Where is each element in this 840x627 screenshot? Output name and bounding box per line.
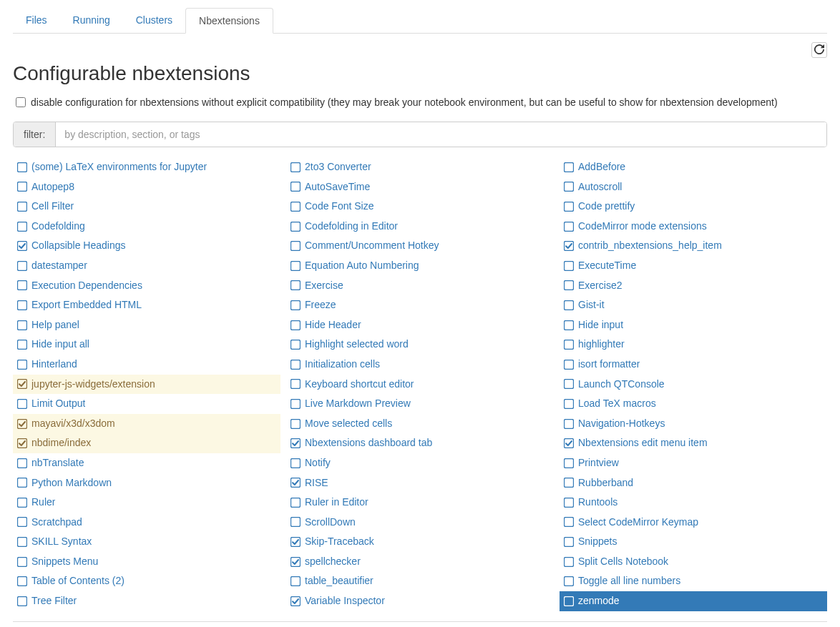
checkbox-unchecked-icon[interactable] (564, 557, 574, 567)
checkbox-unchecked-icon[interactable] (17, 557, 27, 567)
extension-item-cell-filter[interactable]: Cell Filter (13, 197, 280, 217)
extension-item-nbdime-index[interactable]: nbdime/index (13, 433, 280, 453)
extension-item-autoscroll[interactable]: Autoscroll (560, 177, 827, 197)
checkbox-unchecked-icon[interactable] (290, 320, 301, 330)
checkbox-checked-icon[interactable] (17, 438, 27, 448)
tab-clusters[interactable]: Clusters (123, 8, 185, 34)
extension-item-nbextensions-dashboard-tab[interactable]: Nbextensions dashboard tab (286, 433, 554, 453)
checkbox-unchecked-icon[interactable] (17, 280, 27, 290)
extension-item-hide-header[interactable]: Hide Header (286, 315, 554, 335)
extension-item-variable-inspector[interactable]: Variable Inspector (286, 591, 554, 611)
checkbox-checked-icon[interactable] (17, 419, 27, 429)
extension-item-collapsible-headings[interactable]: Collapsible Headings (13, 236, 280, 256)
checkbox-unchecked-icon[interactable] (17, 399, 27, 409)
extension-item-launch-qtconsole[interactable]: Launch QTConsole (560, 375, 827, 395)
checkbox-checked-icon[interactable] (564, 438, 574, 448)
extension-item-runtools[interactable]: Runtools (560, 493, 827, 513)
extension-item-navigation-hotkeys[interactable]: Navigation-Hotkeys (560, 414, 827, 434)
checkbox-unchecked-icon[interactable] (564, 576, 574, 586)
extension-item-live-markdown-preview[interactable]: Live Markdown Preview (286, 394, 554, 414)
checkbox-unchecked-icon[interactable] (564, 379, 574, 389)
extension-item-table-beautifier[interactable]: table_beautifier (286, 571, 554, 591)
extension-item-zenmode[interactable]: zenmode (560, 591, 827, 611)
extension-item-contrib-nbextensions-help-item[interactable]: contrib_nbextensions_help_item (560, 236, 827, 256)
checkbox-unchecked-icon[interactable] (564, 498, 574, 508)
checkbox-unchecked-icon[interactable] (290, 241, 301, 251)
checkbox-unchecked-icon[interactable] (17, 202, 27, 212)
extension-item-ruler[interactable]: Ruler (13, 493, 280, 513)
checkbox-unchecked-icon[interactable] (17, 517, 27, 527)
extension-item-codemirror-mode-extensions[interactable]: CodeMirror mode extensions (560, 217, 827, 237)
extension-item-skill-syntax[interactable]: SKILL Syntax (13, 532, 280, 552)
checkbox-unchecked-icon[interactable] (564, 202, 574, 212)
extension-item-some-latex-environments-for-jupyter[interactable]: (some) LaTeX environments for Jupyter (13, 157, 280, 177)
checkbox-unchecked-icon[interactable] (290, 300, 301, 310)
extension-item-snippets-menu[interactable]: Snippets Menu (13, 552, 280, 572)
checkbox-unchecked-icon[interactable] (564, 399, 574, 409)
extension-item-help-panel[interactable]: Help panel (13, 315, 280, 335)
checkbox-checked-icon[interactable] (17, 379, 27, 389)
extension-item-skip-traceback[interactable]: Skip-Traceback (286, 532, 554, 552)
checkbox-unchecked-icon[interactable] (17, 182, 27, 192)
checkbox-unchecked-icon[interactable] (564, 162, 574, 172)
checkbox-unchecked-icon[interactable] (564, 182, 574, 192)
extension-item-equation-auto-numbering[interactable]: Equation Auto Numbering (286, 256, 554, 276)
extension-item-scratchpad[interactable]: Scratchpad (13, 513, 280, 533)
extension-item-codefolding[interactable]: Codefolding (13, 217, 280, 237)
extension-item-rise[interactable]: RISE (286, 473, 554, 493)
extension-item-spellchecker[interactable]: spellchecker (286, 552, 554, 572)
checkbox-unchecked-icon[interactable] (17, 340, 27, 350)
extension-item-hide-input-all[interactable]: Hide input all (13, 335, 280, 355)
checkbox-unchecked-icon[interactable] (564, 537, 574, 547)
checkbox-unchecked-icon[interactable] (564, 596, 574, 606)
checkbox-unchecked-icon[interactable] (564, 261, 574, 271)
extension-item-isort-formatter[interactable]: isort formatter (560, 355, 827, 375)
extension-item-jupyter-js-widgets-extension[interactable]: jupyter-js-widgets/extension (13, 375, 280, 395)
extension-item-select-codemirror-keymap[interactable]: Select CodeMirror Keymap (560, 513, 827, 533)
checkbox-checked-icon[interactable] (17, 241, 27, 251)
extension-item-highlighter[interactable]: highlighter (560, 335, 827, 355)
extension-item-code-font-size[interactable]: Code Font Size (286, 197, 554, 217)
disable-compat-checkbox[interactable] (16, 97, 26, 107)
extension-item-2to3-converter[interactable]: 2to3 Converter (286, 157, 554, 177)
extension-item-toggle-all-line-numbers[interactable]: Toggle all line numbers (560, 571, 827, 591)
extension-item-export-embedded-html[interactable]: Export Embedded HTML (13, 295, 280, 315)
tab-running[interactable]: Running (60, 8, 123, 34)
extension-item-code-prettify[interactable]: Code prettify (560, 197, 827, 217)
checkbox-unchecked-icon[interactable] (17, 222, 27, 232)
checkbox-checked-icon[interactable] (290, 478, 301, 488)
disable-compat-label[interactable]: disable configuration for nbextensions w… (31, 95, 827, 110)
checkbox-unchecked-icon[interactable] (564, 458, 574, 468)
extension-item-notify[interactable]: Notify (286, 453, 554, 473)
checkbox-checked-icon[interactable] (290, 537, 301, 547)
extension-item-autopep8[interactable]: Autopep8 (13, 177, 280, 197)
checkbox-unchecked-icon[interactable] (564, 419, 574, 429)
checkbox-unchecked-icon[interactable] (564, 340, 574, 350)
checkbox-unchecked-icon[interactable] (17, 458, 27, 468)
checkbox-unchecked-icon[interactable] (290, 399, 301, 409)
checkbox-unchecked-icon[interactable] (290, 517, 301, 527)
extension-item-datestamper[interactable]: datestamper (13, 256, 280, 276)
extension-item-nbtranslate[interactable]: nbTranslate (13, 453, 280, 473)
extension-item-autosavetime[interactable]: AutoSaveTime (286, 177, 554, 197)
checkbox-unchecked-icon[interactable] (290, 498, 301, 508)
extension-item-ruler-in-editor[interactable]: Ruler in Editor (286, 493, 554, 513)
checkbox-unchecked-icon[interactable] (290, 202, 301, 212)
extension-item-printview[interactable]: Printview (560, 453, 827, 473)
checkbox-checked-icon[interactable] (564, 241, 574, 251)
extension-item-exercise[interactable]: Exercise (286, 276, 554, 296)
checkbox-unchecked-icon[interactable] (17, 300, 27, 310)
extension-item-python-markdown[interactable]: Python Markdown (13, 473, 280, 493)
extension-item-scrolldown[interactable]: ScrollDown (286, 513, 554, 533)
extension-item-comment-uncomment-hotkey[interactable]: Comment/Uncomment Hotkey (286, 236, 554, 256)
checkbox-unchecked-icon[interactable] (17, 537, 27, 547)
extension-item-split-cells-notebook[interactable]: Split Cells Notebook (560, 552, 827, 572)
extension-item-tree-filter[interactable]: Tree Filter (13, 591, 280, 611)
extension-item-gist-it[interactable]: Gist-it (560, 295, 827, 315)
extension-item-exercise2[interactable]: Exercise2 (560, 276, 827, 296)
checkbox-unchecked-icon[interactable] (290, 222, 301, 232)
checkbox-unchecked-icon[interactable] (564, 320, 574, 330)
extension-item-table-of-contents-2[interactable]: Table of Contents (2) (13, 571, 280, 591)
extension-item-nbextensions-edit-menu-item[interactable]: Nbextensions edit menu item (560, 433, 827, 453)
extension-item-keyboard-shortcut-editor[interactable]: Keyboard shortcut editor (286, 375, 554, 395)
